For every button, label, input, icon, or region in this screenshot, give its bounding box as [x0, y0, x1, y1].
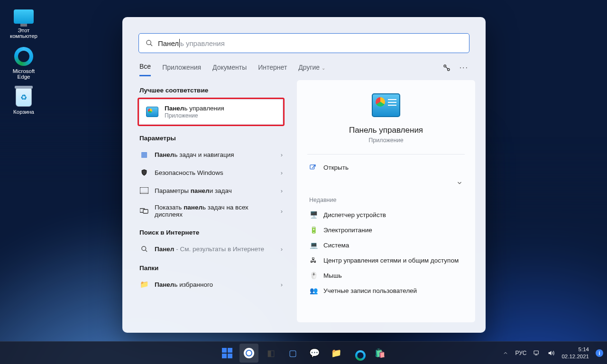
- tab-documents[interactable]: Документы: [212, 64, 247, 76]
- chevron-right-icon: ›: [281, 151, 283, 158]
- desktop-icon-edge[interactable]: Microsoft Edge: [3, 44, 45, 84]
- taskbar-widgets[interactable]: ▢: [283, 344, 302, 363]
- shield-icon: [139, 168, 149, 177]
- chevron-down-icon: [456, 180, 463, 186]
- more-options-icon[interactable]: ···: [460, 64, 469, 72]
- monitor-icon: [14, 9, 34, 24]
- desktop-icon-label: Этот компьютер: [4, 27, 44, 39]
- taskbar-icon: ▦: [139, 150, 149, 159]
- start-search-panel: Панель управления Все Приложения Докумен…: [122, 17, 486, 333]
- task-view-icon: ◧: [267, 348, 275, 358]
- result-taskbar-params[interactable]: Параметры панели задач ›: [133, 182, 289, 200]
- store-icon: 🛍️: [375, 348, 385, 358]
- section-web-search: Поиск в Интернете: [139, 229, 283, 236]
- taskbar-store[interactable]: 🛍️: [370, 344, 389, 363]
- recent-header: Недавние: [309, 197, 463, 203]
- taskbar-file-explorer[interactable]: 📁: [327, 344, 346, 363]
- chevron-right-icon: ›: [281, 246, 283, 253]
- recent-power-options[interactable]: 🔋 Электропитание: [307, 222, 465, 237]
- preview-title: Панель управления: [307, 126, 465, 135]
- result-preview-pane: Панель управления Приложение Открыть Нед…: [297, 80, 475, 322]
- system-icon: 💻: [309, 241, 318, 249]
- tray-overflow-button[interactable]: [503, 350, 508, 356]
- desktop-icon-this-pc[interactable]: Этот компьютер: [3, 3, 45, 44]
- recent-user-accounts[interactable]: 👥 Учетные записи пользователей: [307, 283, 465, 298]
- tab-all[interactable]: Все: [139, 63, 151, 76]
- panel-params-icon: [139, 186, 149, 195]
- open-icon: [309, 164, 318, 171]
- desktop-icon-label: Корзина: [4, 109, 44, 115]
- result-show-taskbar-all-displays[interactable]: Показать панель задач на всех дисплеях ›: [133, 200, 289, 222]
- chevron-right-icon: ›: [281, 169, 283, 176]
- highlight-annotation: Панель управления Приложение: [138, 98, 285, 126]
- search-icon: [244, 348, 254, 358]
- control-panel-icon: [146, 107, 158, 117]
- displays-icon: [139, 206, 149, 216]
- search-input[interactable]: Панель управления: [138, 33, 469, 53]
- recent-device-manager[interactable]: 🖥️ Диспетчер устройств: [307, 207, 465, 222]
- taskbar: ◧ ▢ 💬 📁 🛍️ РУС 5:14 02.12.2021 i: [0, 341, 607, 364]
- result-web-search[interactable]: Панел - См. результаты в Интернете ›: [133, 240, 289, 258]
- recycle-bin-icon: [16, 88, 32, 107]
- tab-apps[interactable]: Приложения: [162, 64, 201, 76]
- svg-rect-7: [143, 209, 148, 213]
- tray-clock[interactable]: 5:14 02.12.2021: [561, 346, 589, 360]
- taskbar-task-view[interactable]: ◧: [261, 344, 280, 363]
- result-windows-security[interactable]: Безопасность Windows ›: [133, 164, 289, 182]
- desktop-icon-recycle-bin[interactable]: Корзина: [3, 84, 45, 119]
- users-icon: 👥: [309, 286, 318, 295]
- section-folders: Папки: [139, 264, 283, 272]
- widgets-icon: ▢: [289, 348, 297, 358]
- svg-rect-5: [140, 192, 148, 194]
- taskbar-chat[interactable]: 💬: [305, 344, 324, 363]
- svg-line-9: [145, 250, 147, 252]
- tray-notifications-icon[interactable]: i: [596, 349, 603, 357]
- chevron-up-icon: [503, 350, 508, 356]
- quick-link-icon[interactable]: [442, 64, 451, 72]
- folder-icon: 📁: [139, 280, 149, 289]
- section-best-match: Лучшее соответствие: [139, 87, 283, 94]
- device-manager-icon: 🖥️: [309, 210, 318, 219]
- section-settings: Параметры: [139, 135, 283, 142]
- tray-language[interactable]: РУС: [515, 350, 526, 356]
- taskbar-edge[interactable]: [349, 344, 368, 363]
- power-icon: 🔋: [309, 226, 318, 234]
- chat-icon: 💬: [309, 348, 320, 358]
- start-button[interactable]: [218, 344, 237, 363]
- tray-network-icon[interactable]: [533, 350, 541, 356]
- svg-line-1: [150, 44, 152, 46]
- svg-rect-11: [534, 351, 538, 354]
- search-icon: [146, 39, 153, 47]
- recent-system[interactable]: 💻 Система: [307, 237, 465, 253]
- svg-point-0: [147, 40, 151, 45]
- taskbar-search-button[interactable]: [239, 344, 258, 363]
- chevron-down-icon: ⌄: [322, 65, 325, 71]
- windows-logo-icon: [222, 348, 232, 358]
- network-icon: 🖧: [309, 256, 318, 264]
- folder-icon: 📁: [331, 348, 341, 358]
- result-taskbar-navigation[interactable]: ▦ Панель задач и навигация ›: [133, 146, 289, 164]
- control-panel-icon: [372, 93, 400, 117]
- recent-mouse[interactable]: 🖱️ Мышь: [307, 268, 465, 283]
- result-favorites-bar-folder[interactable]: 📁 Панель избранного ›: [133, 275, 289, 293]
- search-filter-tabs: Все Приложения Документы Интернет Другие…: [122, 53, 486, 76]
- recent-network-center[interactable]: 🖧 Центр управления сетями и общим доступ…: [307, 253, 465, 268]
- mouse-icon: 🖱️: [309, 271, 318, 280]
- svg-point-8: [141, 246, 146, 250]
- tray-volume-icon[interactable]: [547, 349, 555, 357]
- desktop-icon-label: Microsoft Edge: [4, 68, 44, 80]
- preview-subtitle: Приложение: [307, 137, 465, 144]
- result-control-panel[interactable]: Панель управления Приложение: [140, 100, 282, 124]
- tab-more[interactable]: Другие⌄: [298, 64, 325, 76]
- chevron-right-icon: ›: [281, 208, 283, 215]
- search-text: Панель управления: [158, 39, 225, 47]
- expand-actions[interactable]: [307, 176, 465, 190]
- chevron-right-icon: ›: [281, 281, 283, 288]
- edge-icon: [355, 350, 366, 360]
- tab-internet[interactable]: Интернет: [258, 64, 287, 76]
- edge-icon: [14, 47, 33, 66]
- chevron-right-icon: ›: [281, 187, 283, 194]
- search-icon: [139, 244, 149, 254]
- open-action[interactable]: Открыть: [307, 159, 465, 176]
